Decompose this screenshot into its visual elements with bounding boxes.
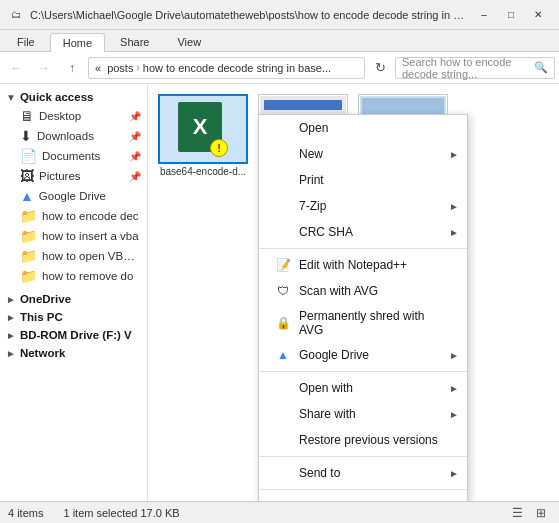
sidebar-thispc-label: This PC	[20, 311, 63, 323]
tab-share[interactable]: Share	[107, 32, 162, 51]
ctx-avg-scan-label: Scan with AVG	[299, 284, 451, 298]
ctx-crcsha[interactable]: CRC SHA ►	[259, 219, 467, 245]
main-layout: ▼ Quick access 🖥 Desktop 📌 ⬇ Downloads 📌…	[0, 84, 559, 501]
pin-icon2: 📌	[129, 131, 141, 142]
sidebar-item-desktop-label: Desktop	[39, 110, 129, 122]
sidebar-network-label: Network	[20, 347, 65, 359]
ctx-cut-label: Cut	[299, 499, 451, 501]
ctx-avg-shred[interactable]: 🔒 Permanently shred with AVG	[259, 304, 467, 342]
breadcrumb-current: how to encode decode string in base...	[143, 62, 331, 74]
sidebar-section-network[interactable]: ► Network	[0, 344, 147, 362]
status-bar: 4 items 1 item selected 17.0 KB ☰ ⊞	[0, 501, 559, 523]
ctx-print[interactable]: Print	[259, 167, 467, 193]
sidebar-section-thispc[interactable]: ► This PC	[0, 308, 147, 326]
minimize-button[interactable]: –	[471, 5, 497, 25]
sidebar-item-folder4[interactable]: 📁 how to remove do	[0, 266, 147, 286]
print-icon	[275, 172, 291, 188]
refresh-button[interactable]: ↻	[369, 57, 391, 79]
sidebar-item-pictures-label: Pictures	[39, 170, 129, 182]
sidebar-item-folder3-label: how to open VBE in	[42, 250, 141, 262]
title-bar-icons: 🗂	[8, 7, 24, 23]
sidebar-section-bdrom[interactable]: ► BD-ROM Drive (F:) V	[0, 326, 147, 344]
sidebar-section-quick-access[interactable]: ▼ Quick access	[0, 88, 147, 106]
sidebar-item-folder3[interactable]: 📁 how to open VBE in	[0, 246, 147, 266]
ctx-open[interactable]: Open	[259, 115, 467, 141]
excel-warn-icon: !	[210, 139, 228, 157]
file-name-excel: base64-encode-d...	[160, 166, 246, 177]
tab-home[interactable]: Home	[50, 33, 105, 52]
pin-icon3: 📌	[129, 151, 141, 162]
sidebar-item-folder1[interactable]: 📁 how to encode dec	[0, 206, 147, 226]
ctx-7zip[interactable]: 7-Zip ►	[259, 193, 467, 219]
sidebar-item-desktop[interactable]: 🖥 Desktop 📌	[0, 106, 147, 126]
selected-info: 1 item selected 17.0 KB	[63, 507, 179, 519]
sidebar-section-onedrive[interactable]: ► OneDrive	[0, 290, 147, 308]
ctx-7zip-label: 7-Zip	[299, 199, 451, 213]
ctx-avg-shred-label: Permanently shred with AVG	[299, 309, 451, 337]
ctx-avg-scan[interactable]: 🛡 Scan with AVG	[259, 278, 467, 304]
sidebar-item-folder4-label: how to remove do	[42, 270, 141, 282]
sidebar-item-documents[interactable]: 📄 Documents 📌	[0, 146, 147, 166]
7zip-arrow: ►	[449, 201, 459, 212]
breadcrumb-posts: posts	[107, 62, 133, 74]
ctx-open-label: Open	[299, 121, 451, 135]
sidebar-item-downloads-label: Downloads	[37, 130, 129, 142]
thumb-header	[264, 100, 342, 110]
expand-icon2: ►	[6, 294, 16, 305]
ctx-restore-versions[interactable]: Restore previous versions	[259, 427, 467, 453]
ctx-new[interactable]: New ►	[259, 141, 467, 167]
breadcrumb[interactable]: « posts › how to encode decode string in…	[88, 57, 365, 79]
separator4	[259, 489, 467, 490]
tab-view[interactable]: View	[164, 32, 214, 51]
expand-icon: ▼	[6, 92, 16, 103]
separator2	[259, 371, 467, 372]
grid-view-button[interactable]: ⊞	[531, 505, 551, 521]
ctx-crcsha-label: CRC SHA	[299, 225, 451, 239]
expand-icon4: ►	[6, 330, 16, 341]
separator1	[259, 248, 467, 249]
close-button[interactable]: ✕	[525, 5, 551, 25]
avg-shred-icon: 🔒	[275, 315, 291, 331]
sidebar-item-google-drive-label: Google Drive	[39, 190, 141, 202]
expand-icon3: ►	[6, 312, 16, 323]
sidebar-item-folder2[interactable]: 📁 how to insert a vba	[0, 226, 147, 246]
status-right: ☰ ⊞	[507, 505, 551, 521]
sidebar-item-google-drive[interactable]: ▲ Google Drive	[0, 186, 147, 206]
ctx-cut[interactable]: Cut	[259, 493, 467, 501]
sidebar-item-pictures[interactable]: 🖼 Pictures 📌	[0, 166, 147, 186]
sidebar-item-downloads[interactable]: ⬇ Downloads 📌	[0, 126, 147, 146]
ctx-gdrive[interactable]: ▲ Google Drive ►	[259, 342, 467, 368]
list-view-button[interactable]: ☰	[507, 505, 527, 521]
search-icon: 🔍	[534, 61, 548, 74]
content-area: X ! base64-encode-d...	[148, 84, 559, 501]
back-button[interactable]: ←	[4, 56, 28, 80]
title-bar-text: C:\Users\Michael\Google Drive\automateth…	[30, 9, 465, 21]
ctx-notepadpp[interactable]: 📝 Edit with Notepad++	[259, 252, 467, 278]
google-drive-icon: ▲	[20, 188, 34, 204]
forward-button[interactable]: →	[32, 56, 56, 80]
ctx-share-with[interactable]: Share with ►	[259, 401, 467, 427]
maximize-button[interactable]: □	[498, 5, 524, 25]
search-box[interactable]: Search how to encode decode string... 🔍	[395, 57, 555, 79]
pin-icon: 📌	[129, 111, 141, 122]
documents-icon: 📄	[20, 148, 37, 164]
folder1-icon: 📁	[20, 208, 37, 224]
tab-file[interactable]: File	[4, 32, 48, 51]
ribbon-tabs: File Home Share View	[0, 30, 559, 52]
title-bar: 🗂 C:\Users\Michael\Google Drive\automate…	[0, 0, 559, 30]
excel-icon: X !	[178, 102, 228, 157]
breadcrumb-part1: «	[95, 62, 101, 74]
ctx-open-with-label: Open with	[299, 381, 451, 395]
folder2-icon: 📁	[20, 228, 37, 244]
new-arrow: ►	[449, 149, 459, 160]
downloads-icon: ⬇	[20, 128, 32, 144]
share-with-icon	[275, 406, 291, 422]
window-controls: – □ ✕	[471, 5, 551, 25]
sidebar-item-folder2-label: how to insert a vba	[42, 230, 141, 242]
up-button[interactable]: ↑	[60, 56, 84, 80]
ctx-open-with[interactable]: Open with ►	[259, 375, 467, 401]
expand-icon5: ►	[6, 348, 16, 359]
ctx-send-to[interactable]: Send to ►	[259, 460, 467, 486]
file-item-excel[interactable]: X ! base64-encode-d...	[158, 94, 248, 188]
sidebar-bdrom-label: BD-ROM Drive (F:) V	[20, 329, 132, 341]
